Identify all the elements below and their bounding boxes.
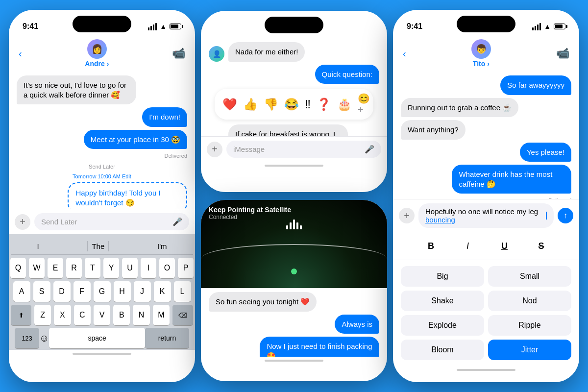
key-n[interactable]: N [133, 305, 149, 325]
key-y[interactable]: Y [103, 258, 119, 278]
chat-area-left: It's so nice out, I'd love to go for a q… [9, 72, 195, 209]
satellite-label: Keep Pointing at Satellite Connected [209, 206, 291, 220]
reaction-thumbsup[interactable]: 👍 [243, 98, 258, 111]
key-j[interactable]: J [134, 281, 151, 302]
bubble-dashed: Happy birthday! Told you I wouldn't forg… [68, 182, 187, 209]
message-row: Whatever drink has the most caffeine 🤔 [401, 165, 571, 194]
phone-right: 9:41 ▲ ‹ 👦 Tito 📹 So far awayyyyyy [393, 10, 579, 382]
italic-button[interactable]: I [459, 237, 477, 255]
reaction-thumbsdown[interactable]: 👎 [264, 98, 278, 111]
video-call-button-left[interactable]: 📹 [172, 47, 185, 60]
underline-button[interactable]: U [496, 237, 514, 255]
nav-bar-right: ‹ 👦 Tito 📹 [393, 37, 579, 72]
add-button-right[interactable]: + [399, 208, 415, 223]
chat-area-right: So far awayyyyyy Running out to grab a c… [393, 72, 579, 199]
key-o[interactable]: O [159, 258, 175, 278]
reaction-question[interactable]: ❓ [317, 98, 331, 111]
reaction-exclaim[interactable]: ‼️ [305, 98, 311, 111]
message-row: So far awayyyyyy [401, 75, 571, 95]
message-row-dashed: Happy birthday! Told you I wouldn't forg… [17, 182, 187, 209]
contact-name-right[interactable]: Tito [473, 60, 490, 68]
reaction-haha[interactable]: 😂 [284, 98, 299, 111]
input-placeholder-mid: iMessage [233, 145, 265, 153]
key-123[interactable]: 123 [15, 328, 39, 348]
effect-shake[interactable]: Shake [401, 291, 484, 311]
wifi-icon-left: ▲ [160, 23, 167, 30]
suggestion-2[interactable]: The [87, 241, 109, 251]
effect-bloom[interactable]: Bloom [401, 340, 484, 360]
add-button-left[interactable]: + [15, 214, 30, 230]
reaction-heart[interactable]: ❤️ [222, 98, 237, 111]
back-button-right[interactable]: ‹ [403, 48, 406, 59]
key-t[interactable]: T [85, 258, 100, 278]
key-z[interactable]: Z [34, 305, 51, 325]
key-w[interactable]: W [29, 258, 45, 278]
message-row: 👤 Nada for me either! [209, 42, 379, 62]
back-button-left[interactable]: ‹ [19, 48, 22, 59]
suggestion-1[interactable]: I [33, 241, 43, 251]
key-v[interactable]: V [94, 305, 110, 325]
effect-big[interactable]: Big [401, 266, 484, 287]
key-d[interactable]: D [53, 281, 71, 302]
bubble-outgoing: So far awayyyyyy [500, 75, 571, 95]
status-icons-left: ▲ [148, 23, 181, 30]
message-row: Yes please! [401, 143, 571, 162]
effect-ripple[interactable]: Ripple [488, 315, 571, 336]
bold-button[interactable]: B [422, 237, 440, 255]
key-return[interactable]: return [145, 328, 189, 348]
contact-name-left[interactable]: Andre [85, 60, 109, 68]
key-m[interactable]: M [153, 305, 170, 325]
bubble-outgoing: Whatever drink has the most caffeine 🤔 [452, 165, 571, 194]
input-bar-mid-top: + iMessage 🎤 [201, 136, 387, 162]
key-x[interactable]: X [54, 305, 71, 325]
add-button-mid-top[interactable]: + [207, 142, 222, 157]
bubble-incoming: Want anything? [401, 120, 466, 140]
effect-jitter[interactable]: Jitter [488, 340, 571, 360]
key-i[interactable]: I [141, 258, 156, 278]
send-button-right[interactable]: ↑ [558, 208, 573, 223]
battery-icon-right [554, 24, 565, 29]
phone-left: 9:41 ▲ ‹ 👩 Andre 📹 It's so nice out, I [9, 10, 195, 382]
key-q[interactable]: Q [10, 258, 26, 278]
key-h[interactable]: H [114, 281, 131, 302]
keyboard-row-3: ⬆ Z X C V B N M ⌫ [11, 305, 193, 325]
key-s[interactable]: S [33, 281, 50, 302]
key-p[interactable]: P [178, 258, 194, 278]
message-input-right[interactable]: Hopefully no one will notice my leg boun… [418, 203, 554, 228]
suggestion-3[interactable]: I'm [153, 241, 171, 251]
dynamic-island-mid-top [265, 17, 323, 33]
reaction-cake[interactable]: 🎂 [337, 98, 352, 111]
key-b[interactable]: B [113, 305, 130, 325]
key-k[interactable]: K [154, 281, 171, 302]
emoji-key[interactable]: ☺ [39, 333, 49, 344]
effect-small[interactable]: Small [488, 266, 571, 287]
key-r[interactable]: R [66, 258, 82, 278]
key-space[interactable]: space [49, 328, 145, 348]
key-u[interactable]: U [122, 258, 138, 278]
effect-explode[interactable]: Explode [401, 315, 484, 336]
home-indicator-right [457, 369, 515, 371]
phone-middle-top: 👤 Nada for me either! Quick question: ❤️… [201, 11, 387, 192]
nav-bar-left: ‹ 👩 Andre 📹 [9, 37, 195, 72]
wifi-icon-right: ▲ [544, 23, 551, 30]
chat-area-mid-top: 👤 Nada for me either! Quick question: ❤️… [201, 38, 387, 136]
mic-icon-left[interactable]: 🎤 [172, 217, 182, 226]
message-input-mid-top[interactable]: iMessage 🎤 [226, 141, 381, 158]
add-reaction-icon[interactable]: 😊+ [358, 93, 370, 116]
message-row: Running out to grab a coffee ☕ [401, 98, 571, 118]
delivered-label: Delivered [17, 153, 187, 159]
key-shift[interactable]: ⬆ [11, 305, 31, 325]
video-call-button-right[interactable]: 📹 [556, 47, 569, 60]
key-f[interactable]: F [74, 281, 91, 302]
key-e[interactable]: E [48, 258, 63, 278]
key-delete[interactable]: ⌫ [172, 305, 193, 325]
strikethrough-button[interactable]: S [533, 237, 550, 255]
key-c[interactable]: C [74, 305, 91, 325]
key-l[interactable]: L [174, 281, 191, 302]
effect-nod[interactable]: Nod [488, 291, 571, 311]
mic-icon-mid[interactable]: 🎤 [365, 145, 374, 154]
message-row: 👤 If cake for breakfast is wrong, I don'… [209, 124, 379, 136]
key-g[interactable]: G [94, 281, 111, 302]
key-a[interactable]: A [13, 281, 30, 302]
message-input-left[interactable]: Send Later 🎤 [34, 213, 189, 230]
